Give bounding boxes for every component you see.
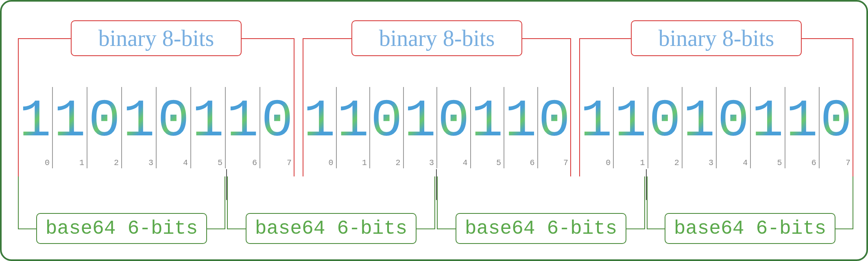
six-bit-divider: [436, 169, 437, 200]
base64-label: base64 6-bits: [36, 213, 207, 244]
base64-label: base64 6-bits: [246, 213, 417, 244]
binary-label: binary 8-bits: [631, 20, 802, 56]
byte-bracket: [18, 38, 294, 176]
six-bit-divider: [646, 169, 647, 200]
binary-label: binary 8-bits: [71, 20, 242, 56]
base64-label: base64 6-bits: [456, 213, 626, 244]
six-bit-divider: [226, 169, 227, 200]
byte-bracket: [303, 38, 571, 176]
binary-label: binary 8-bits: [351, 20, 522, 56]
base64-label: base64 6-bits: [665, 213, 835, 244]
byte-bracket: [579, 38, 853, 176]
diagram-frame: binary 8-bits1011021304151607binary 8-bi…: [0, 0, 868, 261]
